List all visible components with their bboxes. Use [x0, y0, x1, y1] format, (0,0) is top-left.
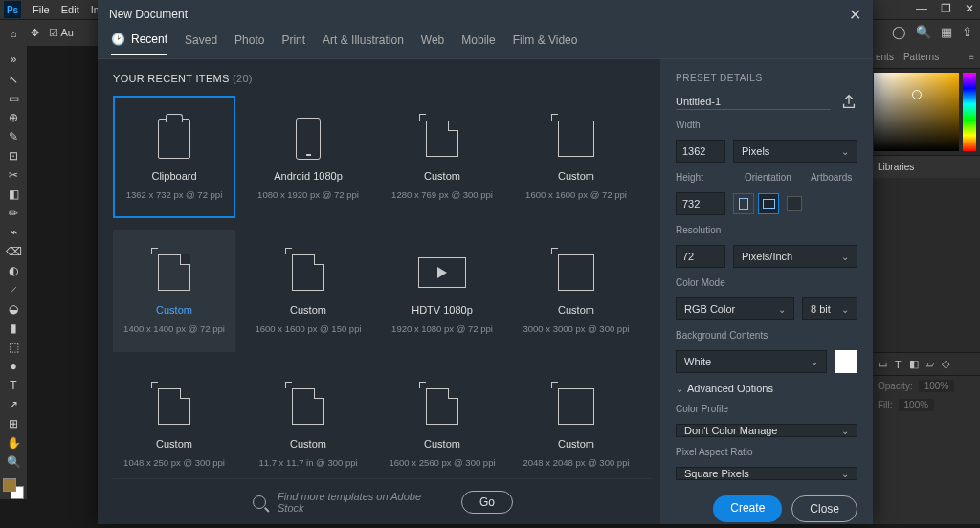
- menu-edit[interactable]: Edit: [56, 4, 85, 15]
- par-select[interactable]: Square Pixels⌄: [676, 467, 858, 480]
- width-unit-select[interactable]: Pixels⌄: [733, 140, 858, 163]
- go-button[interactable]: Go: [461, 491, 513, 514]
- tool-item[interactable]: ◒: [2, 299, 25, 319]
- preset-card[interactable]: Custom1600 x 1600 px @ 150 ppi: [247, 230, 369, 352]
- preset-card[interactable]: Custom2048 x 2048 px @ 300 ppi: [515, 363, 637, 478]
- grid-icon[interactable]: ▦: [941, 25, 952, 39]
- preset-name: Custom: [156, 304, 192, 316]
- width-label: Width: [676, 120, 858, 130]
- preset-meta: 1600 x 1600 px @ 72 ppi: [525, 189, 627, 200]
- dialog-close-icon[interactable]: ✕: [849, 6, 861, 24]
- share-icon[interactable]: ⇪: [962, 25, 972, 39]
- preset-card[interactable]: HDTV 1080p1920 x 1080 px @ 72 ppi: [381, 230, 503, 352]
- text-layer-icon[interactable]: T: [895, 359, 902, 370]
- color-profile-select[interactable]: Don't Color Manage⌄: [676, 424, 858, 437]
- tool-item[interactable]: ●: [2, 357, 25, 376]
- menu-file[interactable]: File: [27, 4, 56, 15]
- auto-select-check[interactable]: ☑ Au: [49, 27, 74, 39]
- tab-recent[interactable]: 🕑Recent: [111, 33, 167, 55]
- stock-search-input[interactable]: Find more templates on Adobe Stock: [278, 491, 450, 514]
- tab-photo[interactable]: Photo: [234, 33, 264, 55]
- fill-value[interactable]: 100%: [899, 399, 935, 411]
- advanced-toggle[interactable]: ⌄Advanced Options: [676, 383, 858, 394]
- move-tool-icon[interactable]: ✥: [31, 27, 39, 39]
- filter-icon[interactable]: ▭: [878, 358, 887, 370]
- tool-item[interactable]: ▮: [2, 319, 25, 338]
- shape-icon[interactable]: ▱: [926, 358, 934, 370]
- tool-item[interactable]: ◐: [2, 261, 25, 280]
- bg-select[interactable]: White⌄: [676, 350, 827, 373]
- opacity-value[interactable]: 100%: [919, 380, 955, 392]
- tool-item[interactable]: ⟋: [2, 280, 25, 299]
- tool-item[interactable]: ✋: [2, 433, 25, 452]
- preset-card[interactable]: Clipboard1362 x 732 px @ 72 ppi: [113, 96, 235, 218]
- tool-item[interactable]: ⊞: [2, 414, 25, 433]
- doc-name-input[interactable]: Untitled-1: [676, 94, 831, 110]
- panel-tab-patterns[interactable]: Patterns: [903, 52, 939, 62]
- tab-print[interactable]: Print: [281, 33, 305, 55]
- panel-tab[interactable]: ents: [876, 52, 894, 62]
- tool-item[interactable]: »: [2, 50, 25, 69]
- preset-card[interactable]: Custom1400 x 1400 px @ 72 ppi: [113, 230, 235, 352]
- hue-slider[interactable]: [963, 73, 976, 151]
- libraries-tab[interactable]: Libraries: [878, 162, 914, 172]
- orientation-portrait[interactable]: [733, 193, 754, 214]
- tab-mobile[interactable]: Mobile: [461, 33, 495, 55]
- fg-swatch[interactable]: [3, 478, 16, 492]
- tab-art-illustration[interactable]: Art & Illustration: [323, 33, 404, 55]
- preset-card[interactable]: Custom1600 x 1600 px @ 72 ppi: [515, 96, 637, 218]
- resolution-input[interactable]: 72: [676, 245, 725, 268]
- bg-swatch[interactable]: [835, 350, 858, 373]
- tool-item[interactable]: ▭: [2, 89, 25, 108]
- preset-card[interactable]: Custom1048 x 250 px @ 300 ppi: [113, 363, 235, 478]
- tool-item[interactable]: ✎: [2, 127, 25, 146]
- preset-name: Android 1080p: [274, 170, 343, 182]
- home-icon[interactable]: ⌂: [6, 26, 21, 41]
- resolution-unit-select[interactable]: Pixels/Inch⌄: [733, 245, 858, 268]
- preset-meta: 1600 x 1600 px @ 150 ppi: [255, 323, 361, 334]
- width-input[interactable]: 1362: [676, 140, 725, 163]
- user-icon[interactable]: ◯: [892, 25, 906, 39]
- smart-icon[interactable]: ◇: [942, 358, 949, 370]
- preset-card[interactable]: Android 1080p1080 x 1920 px @ 72 ppi: [247, 96, 369, 218]
- color-swatches[interactable]: [3, 478, 24, 499]
- tool-item[interactable]: ↗: [2, 395, 25, 414]
- close-button[interactable]: Close: [791, 495, 858, 522]
- preset-card[interactable]: Custom1280 x 769 px @ 300 ppi: [381, 96, 503, 218]
- tool-item[interactable]: ⊡: [2, 146, 25, 165]
- artboards-label: Artboards: [811, 172, 852, 183]
- height-input[interactable]: 732: [676, 192, 725, 215]
- artboards-checkbox[interactable]: [787, 196, 802, 211]
- tool-item[interactable]: ⌁: [2, 223, 25, 242]
- tool-item[interactable]: ⬚: [2, 338, 25, 357]
- search-icon[interactable]: 🔍: [916, 25, 931, 39]
- tool-item[interactable]: ✂: [2, 165, 25, 185]
- create-button[interactable]: Create: [713, 495, 782, 522]
- tool-item[interactable]: ✏: [2, 204, 25, 223]
- adj-layer-icon[interactable]: ◧: [909, 358, 919, 370]
- preset-card[interactable]: Custom1600 x 2560 px @ 300 ppi: [381, 363, 503, 478]
- colormode-select[interactable]: RGB Color⌄: [676, 297, 794, 320]
- tool-item[interactable]: ⌫: [2, 242, 25, 261]
- tab-web[interactable]: Web: [421, 33, 444, 55]
- tab-saved[interactable]: Saved: [185, 33, 217, 55]
- height-label: Height: [676, 172, 725, 183]
- tool-item[interactable]: T: [2, 376, 25, 395]
- window-max-icon[interactable]: ❐: [941, 2, 951, 15]
- window-min-icon[interactable]: —: [916, 2, 927, 15]
- color-field[interactable]: [874, 73, 959, 151]
- preset-card[interactable]: Custom11.7 x 11.7 in @ 300 ppi: [247, 363, 369, 478]
- tool-item[interactable]: ⊕: [2, 108, 25, 127]
- bg-label: Background Contents: [676, 330, 858, 341]
- panel-menu-icon[interactable]: ≡: [969, 52, 974, 62]
- bitdepth-select[interactable]: 8 bit⌄: [802, 297, 858, 320]
- orientation-landscape[interactable]: [758, 193, 779, 214]
- save-preset-icon[interactable]: [840, 93, 858, 110]
- preset-card[interactable]: Custom3000 x 3000 px @ 300 ppi: [515, 230, 637, 352]
- tool-item[interactable]: 🔍: [2, 452, 25, 472]
- tool-item[interactable]: ◧: [2, 185, 25, 204]
- window-close-icon[interactable]: ✕: [965, 2, 974, 15]
- tab-film-video[interactable]: Film & Video: [513, 33, 578, 55]
- tool-item[interactable]: ↖: [2, 70, 25, 89]
- clock-icon: 🕑: [111, 33, 125, 46]
